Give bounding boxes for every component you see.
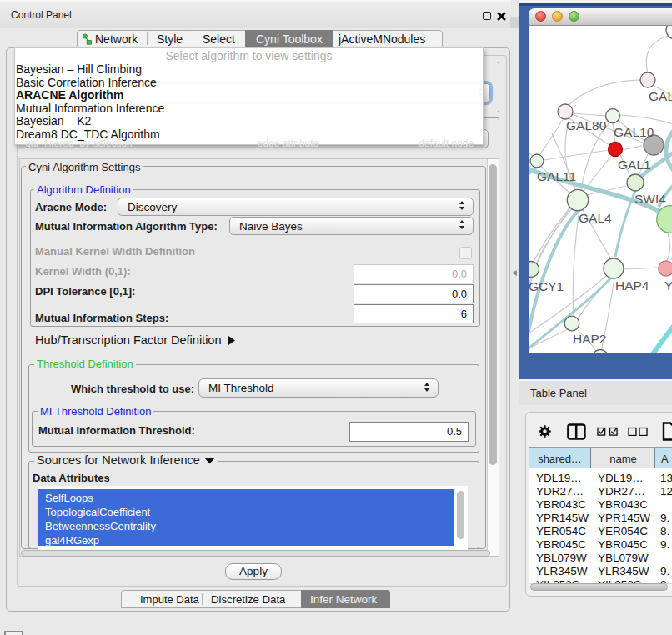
svg-text:GAL1: GAL1	[618, 158, 651, 172]
svg-text:YEL: YEL	[664, 278, 672, 292]
svg-text:HAP2: HAP2	[573, 332, 607, 346]
svg-text:GCY1: GCY1	[529, 279, 564, 293]
svg-text:GAL10: GAL10	[614, 125, 654, 139]
svg-text:GAL4: GAL4	[579, 211, 612, 225]
svg-text:GAL80: GAL80	[566, 118, 607, 132]
svg-text:SWI4: SWI4	[634, 192, 666, 206]
svg-text:GAL11: GAL11	[537, 169, 576, 183]
svg-text:HAP4: HAP4	[615, 278, 649, 292]
svg-text:GAL7: GAL7	[649, 89, 672, 103]
